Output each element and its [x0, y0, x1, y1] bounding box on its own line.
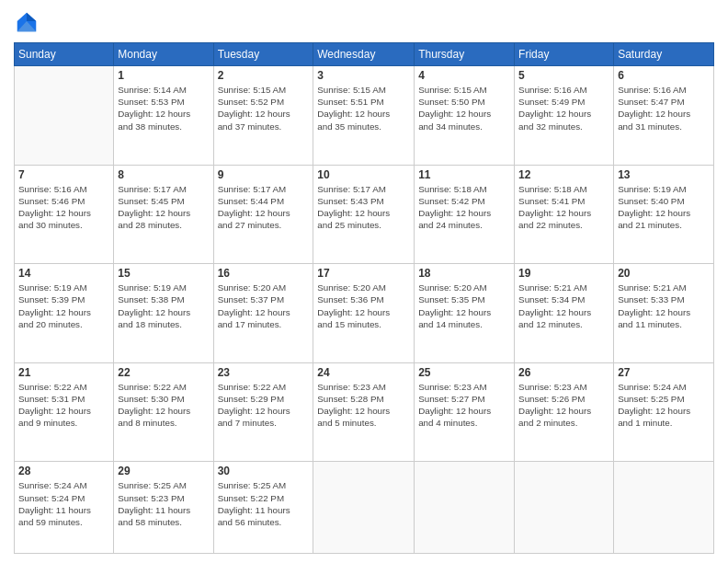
- day-number: 19: [518, 267, 609, 280]
- calendar-cell: 30Sunrise: 5:25 AM Sunset: 5:22 PM Dayli…: [213, 462, 313, 554]
- page: SundayMondayTuesdayWednesdayThursdayFrid…: [0, 0, 728, 563]
- day-info: Sunrise: 5:15 AM Sunset: 5:50 PM Dayligh…: [418, 84, 510, 132]
- day-info: Sunrise: 5:22 AM Sunset: 5:29 PM Dayligh…: [218, 381, 310, 430]
- day-number: 5: [518, 69, 609, 82]
- calendar-cell: 25Sunrise: 5:23 AM Sunset: 5:27 PM Dayli…: [415, 362, 515, 462]
- day-number: 23: [218, 366, 310, 379]
- calendar-cell: 27Sunrise: 5:24 AM Sunset: 5:25 PM Dayli…: [614, 362, 714, 462]
- day-number: 16: [218, 267, 310, 280]
- day-number: 9: [218, 168, 310, 181]
- calendar-cell: 26Sunrise: 5:23 AM Sunset: 5:26 PM Dayli…: [515, 362, 614, 462]
- weekday-header-saturday: Saturday: [614, 43, 714, 66]
- day-info: Sunrise: 5:18 AM Sunset: 5:42 PM Dayligh…: [418, 183, 510, 232]
- day-info: Sunrise: 5:20 AM Sunset: 5:35 PM Dayligh…: [418, 282, 510, 330]
- day-number: 27: [618, 366, 710, 379]
- weekday-header-sunday: Sunday: [15, 43, 114, 66]
- week-row-5: 28Sunrise: 5:24 AM Sunset: 5:24 PM Dayli…: [15, 462, 714, 554]
- calendar-cell: 12Sunrise: 5:18 AM Sunset: 5:41 PM Dayli…: [515, 165, 614, 264]
- logo-icon: [14, 9, 40, 35]
- calendar-cell: 18Sunrise: 5:20 AM Sunset: 5:35 PM Dayli…: [415, 264, 515, 363]
- week-row-4: 21Sunrise: 5:22 AM Sunset: 5:31 PM Dayli…: [15, 362, 714, 462]
- calendar-cell: 1Sunrise: 5:14 AM Sunset: 5:53 PM Daylig…: [114, 66, 213, 166]
- weekday-header-row: SundayMondayTuesdayWednesdayThursdayFrid…: [15, 43, 714, 66]
- calendar-cell: 28Sunrise: 5:24 AM Sunset: 5:24 PM Dayli…: [15, 462, 114, 554]
- day-number: 15: [118, 267, 209, 280]
- calendar-cell: [15, 66, 114, 166]
- day-number: 28: [18, 465, 109, 477]
- calendar-cell: [515, 462, 614, 554]
- day-info: Sunrise: 5:17 AM Sunset: 5:45 PM Dayligh…: [118, 183, 209, 232]
- day-number: 7: [18, 168, 109, 181]
- day-info: Sunrise: 5:16 AM Sunset: 5:49 PM Dayligh…: [518, 84, 609, 132]
- weekday-header-thursday: Thursday: [415, 43, 515, 66]
- day-number: 20: [618, 267, 710, 280]
- calendar-cell: [614, 462, 714, 554]
- calendar-cell: 16Sunrise: 5:20 AM Sunset: 5:37 PM Dayli…: [213, 264, 313, 363]
- day-number: 10: [317, 168, 410, 181]
- calendar-cell: 5Sunrise: 5:16 AM Sunset: 5:49 PM Daylig…: [515, 66, 614, 166]
- day-info: Sunrise: 5:16 AM Sunset: 5:46 PM Dayligh…: [18, 183, 109, 232]
- weekday-header-monday: Monday: [114, 43, 213, 66]
- calendar-cell: 9Sunrise: 5:17 AM Sunset: 5:44 PM Daylig…: [213, 165, 313, 264]
- calendar-cell: 23Sunrise: 5:22 AM Sunset: 5:29 PM Dayli…: [213, 362, 313, 462]
- day-number: 26: [518, 366, 609, 379]
- day-info: Sunrise: 5:14 AM Sunset: 5:53 PM Dayligh…: [118, 84, 209, 132]
- day-info: Sunrise: 5:19 AM Sunset: 5:39 PM Dayligh…: [18, 282, 109, 330]
- logo: [14, 9, 43, 35]
- weekday-header-tuesday: Tuesday: [213, 43, 313, 66]
- calendar-cell: 21Sunrise: 5:22 AM Sunset: 5:31 PM Dayli…: [15, 362, 114, 462]
- day-info: Sunrise: 5:17 AM Sunset: 5:44 PM Dayligh…: [218, 183, 310, 232]
- day-number: 11: [418, 168, 510, 181]
- day-info: Sunrise: 5:19 AM Sunset: 5:40 PM Dayligh…: [618, 183, 710, 232]
- calendar-cell: 10Sunrise: 5:17 AM Sunset: 5:43 PM Dayli…: [313, 165, 415, 264]
- day-number: 29: [118, 465, 209, 477]
- day-number: 21: [18, 366, 109, 379]
- day-info: Sunrise: 5:22 AM Sunset: 5:30 PM Dayligh…: [118, 381, 209, 430]
- day-info: Sunrise: 5:20 AM Sunset: 5:36 PM Dayligh…: [317, 282, 410, 330]
- day-number: 24: [317, 366, 410, 379]
- calendar-cell: 13Sunrise: 5:19 AM Sunset: 5:40 PM Dayli…: [614, 165, 714, 264]
- day-number: 30: [218, 465, 310, 477]
- day-info: Sunrise: 5:23 AM Sunset: 5:27 PM Dayligh…: [418, 381, 510, 430]
- calendar-cell: 3Sunrise: 5:15 AM Sunset: 5:51 PM Daylig…: [313, 66, 415, 166]
- day-info: Sunrise: 5:15 AM Sunset: 5:52 PM Dayligh…: [218, 84, 310, 132]
- day-number: 25: [418, 366, 510, 379]
- day-info: Sunrise: 5:21 AM Sunset: 5:33 PM Dayligh…: [618, 282, 710, 330]
- day-info: Sunrise: 5:23 AM Sunset: 5:26 PM Dayligh…: [518, 381, 609, 430]
- calendar-cell: 29Sunrise: 5:25 AM Sunset: 5:23 PM Dayli…: [114, 462, 213, 554]
- day-info: Sunrise: 5:15 AM Sunset: 5:51 PM Dayligh…: [317, 84, 410, 132]
- calendar-cell: [415, 462, 515, 554]
- day-number: 2: [218, 69, 310, 82]
- calendar-cell: 17Sunrise: 5:20 AM Sunset: 5:36 PM Dayli…: [313, 264, 415, 363]
- day-number: 17: [317, 267, 410, 280]
- day-info: Sunrise: 5:24 AM Sunset: 5:24 PM Dayligh…: [18, 479, 109, 528]
- day-info: Sunrise: 5:16 AM Sunset: 5:47 PM Dayligh…: [618, 84, 710, 132]
- calendar-cell: 11Sunrise: 5:18 AM Sunset: 5:42 PM Dayli…: [415, 165, 515, 264]
- day-number: 12: [518, 168, 609, 181]
- svg-marker-1: [27, 13, 36, 21]
- day-info: Sunrise: 5:25 AM Sunset: 5:23 PM Dayligh…: [118, 479, 209, 528]
- day-number: 14: [18, 267, 109, 280]
- day-number: 22: [118, 366, 209, 379]
- day-number: 8: [118, 168, 209, 181]
- calendar-cell: 8Sunrise: 5:17 AM Sunset: 5:45 PM Daylig…: [114, 165, 213, 264]
- day-info: Sunrise: 5:18 AM Sunset: 5:41 PM Dayligh…: [518, 183, 609, 232]
- week-row-1: 1Sunrise: 5:14 AM Sunset: 5:53 PM Daylig…: [15, 66, 714, 166]
- day-info: Sunrise: 5:21 AM Sunset: 5:34 PM Dayligh…: [518, 282, 609, 330]
- calendar-cell: 15Sunrise: 5:19 AM Sunset: 5:38 PM Dayli…: [114, 264, 213, 363]
- day-info: Sunrise: 5:23 AM Sunset: 5:28 PM Dayligh…: [317, 381, 410, 430]
- calendar-cell: 20Sunrise: 5:21 AM Sunset: 5:33 PM Dayli…: [614, 264, 714, 363]
- calendar-table: SundayMondayTuesdayWednesdayThursdayFrid…: [14, 42, 714, 554]
- day-number: 1: [118, 69, 209, 82]
- day-info: Sunrise: 5:20 AM Sunset: 5:37 PM Dayligh…: [218, 282, 310, 330]
- day-number: 6: [618, 69, 710, 82]
- calendar-cell: 2Sunrise: 5:15 AM Sunset: 5:52 PM Daylig…: [213, 66, 313, 166]
- day-info: Sunrise: 5:24 AM Sunset: 5:25 PM Dayligh…: [618, 381, 710, 430]
- calendar-cell: 19Sunrise: 5:21 AM Sunset: 5:34 PM Dayli…: [515, 264, 614, 363]
- day-info: Sunrise: 5:19 AM Sunset: 5:38 PM Dayligh…: [118, 282, 209, 330]
- day-number: 13: [618, 168, 710, 181]
- calendar-cell: 14Sunrise: 5:19 AM Sunset: 5:39 PM Dayli…: [15, 264, 114, 363]
- week-row-3: 14Sunrise: 5:19 AM Sunset: 5:39 PM Dayli…: [15, 264, 714, 363]
- day-info: Sunrise: 5:22 AM Sunset: 5:31 PM Dayligh…: [18, 381, 109, 430]
- day-info: Sunrise: 5:25 AM Sunset: 5:22 PM Dayligh…: [218, 479, 310, 528]
